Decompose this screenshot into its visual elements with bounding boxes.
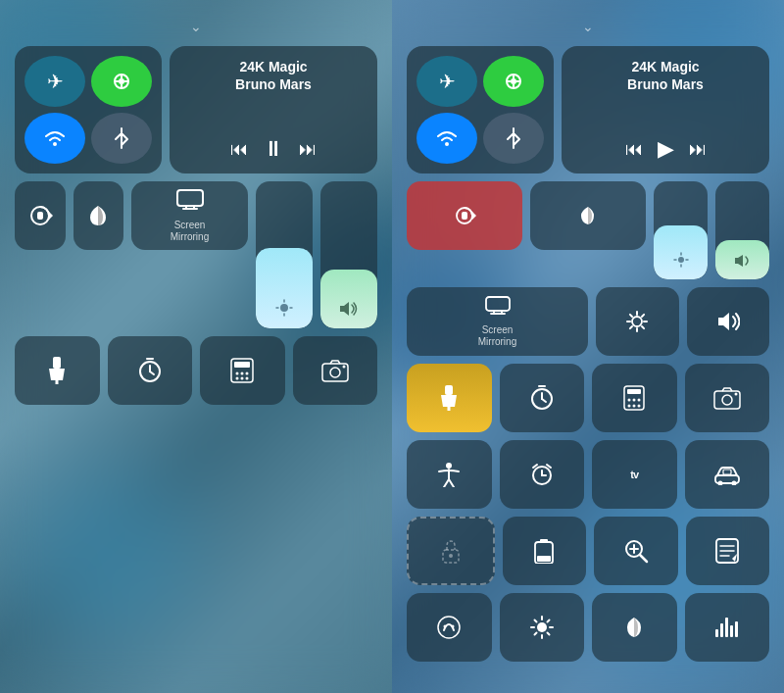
svg-point-90 xyxy=(438,617,460,638)
lock-dashed-button[interactable] xyxy=(407,517,495,585)
flashlight-button[interactable] xyxy=(15,336,100,405)
svg-point-75 xyxy=(731,481,736,486)
svg-rect-9 xyxy=(37,212,43,220)
svg-point-91 xyxy=(444,625,447,628)
screen-mirroring-icon xyxy=(176,189,204,216)
svg-point-23 xyxy=(241,372,244,375)
notes-button[interactable] xyxy=(686,517,770,585)
chevron-icon: ⌄ xyxy=(15,20,377,33)
battery-button[interactable] xyxy=(503,517,587,585)
pause-button[interactable]: ⏸ xyxy=(263,136,284,162)
svg-point-64 xyxy=(638,399,641,402)
rewind-button[interactable]: ⏮ xyxy=(230,139,248,160)
timer-button[interactable] xyxy=(108,336,193,405)
right-cellular-button[interactable] xyxy=(483,56,544,107)
svg-point-66 xyxy=(633,405,636,408)
svg-point-26 xyxy=(241,377,244,380)
right-rotation-lock-button[interactable] xyxy=(407,181,522,250)
right-screen-mirroring-icon xyxy=(485,296,511,321)
apple-tv-button[interactable]: tv xyxy=(592,440,677,509)
rotation-lock-button[interactable] xyxy=(15,181,66,250)
svg-line-101 xyxy=(534,633,536,635)
cellular-button[interactable] xyxy=(91,56,152,107)
right-timer-button[interactable] xyxy=(500,364,585,432)
brightness-icon xyxy=(275,299,293,321)
right-flashlight-button[interactable] xyxy=(407,364,492,432)
right-volume-slider[interactable] xyxy=(715,181,769,279)
svg-point-29 xyxy=(330,368,340,377)
right-airplane-button[interactable]: ✈ xyxy=(416,56,477,107)
svg-point-62 xyxy=(628,399,631,402)
right-control-center: ⌄ ✈ 24K Magic Bruno Mars xyxy=(392,0,784,693)
right-brightness-icon xyxy=(673,252,689,272)
svg-rect-56 xyxy=(445,385,453,395)
right-volume-icon xyxy=(734,254,752,272)
right-bluetooth-button[interactable] xyxy=(483,113,544,164)
svg-point-93 xyxy=(537,622,547,632)
right-chevron-icon: ⌄ xyxy=(407,20,769,33)
siri-button[interactable] xyxy=(407,593,492,662)
svg-line-100 xyxy=(547,620,549,622)
zoom-button[interactable] xyxy=(594,517,678,585)
right-brightness-tile[interactable] xyxy=(596,287,679,356)
svg-marker-39 xyxy=(472,212,476,220)
svg-marker-8 xyxy=(49,212,53,220)
svg-line-83 xyxy=(640,555,647,562)
wifi-button[interactable] xyxy=(24,113,85,164)
music-controls: ⏮ ⏸ ⏭ xyxy=(181,136,366,162)
right-night-mode-button[interactable] xyxy=(530,181,646,250)
svg-point-63 xyxy=(633,399,636,402)
svg-point-25 xyxy=(236,377,239,380)
right-moon-button[interactable] xyxy=(592,593,677,662)
camera-button[interactable] xyxy=(293,336,378,405)
svg-point-37 xyxy=(445,142,449,146)
brightness-slider[interactable] xyxy=(256,181,313,328)
accessibility-button[interactable] xyxy=(407,440,492,509)
svg-marker-57 xyxy=(441,395,457,407)
airplane-mode-button[interactable]: ✈ xyxy=(24,56,85,107)
car-button[interactable] xyxy=(685,440,770,509)
left-control-center: ⌄ ✈ 24K Magic Bruno Mars xyxy=(0,0,392,693)
right-brightness-slider[interactable] xyxy=(654,181,708,279)
right-sun-button[interactable] xyxy=(500,593,585,662)
svg-rect-16 xyxy=(53,357,61,369)
right-fast-forward-button[interactable]: ⏭ xyxy=(689,139,707,160)
svg-point-32 xyxy=(511,78,516,84)
svg-line-55 xyxy=(630,326,632,328)
svg-line-54 xyxy=(642,315,644,317)
right-play-button[interactable]: ▶ xyxy=(658,136,674,162)
right-music-tile: 24K Magic Bruno Mars ⏮ ▶ ⏭ xyxy=(562,46,769,173)
svg-line-99 xyxy=(547,633,549,635)
svg-point-92 xyxy=(452,625,455,628)
svg-point-6 xyxy=(53,142,57,146)
right-screen-mirroring-button[interactable]: ScreenMirroring xyxy=(407,287,588,356)
music-artist: Bruno Mars xyxy=(181,75,366,93)
svg-rect-61 xyxy=(627,389,641,394)
svg-marker-17 xyxy=(49,369,65,380)
screen-mirroring-button[interactable]: ScreenMirroring xyxy=(131,181,248,250)
svg-line-52 xyxy=(630,315,632,317)
svg-rect-80 xyxy=(540,539,548,543)
night-mode-button[interactable] xyxy=(74,181,124,250)
svg-point-47 xyxy=(632,317,642,326)
right-wifi-button[interactable] xyxy=(416,113,477,164)
right-volume-tile[interactable] xyxy=(687,287,770,356)
right-rewind-button[interactable]: ⏮ xyxy=(625,139,643,160)
right-calculator-button[interactable] xyxy=(592,364,677,432)
equalizer-icon xyxy=(715,618,738,637)
svg-point-70 xyxy=(734,393,737,396)
right-music-title: 24K Magic xyxy=(573,58,758,75)
alarm-button[interactable] xyxy=(500,440,585,509)
calculator-button[interactable] xyxy=(200,336,285,405)
volume-slider[interactable] xyxy=(320,181,377,328)
equalizer-button[interactable] xyxy=(685,593,770,662)
svg-line-53 xyxy=(642,326,644,328)
svg-point-78 xyxy=(449,554,453,558)
bluetooth-button[interactable] xyxy=(91,113,152,164)
svg-point-41 xyxy=(678,257,684,263)
right-camera-button[interactable] xyxy=(685,364,770,432)
svg-point-22 xyxy=(236,372,239,375)
svg-point-67 xyxy=(638,405,641,408)
fast-forward-button[interactable]: ⏭ xyxy=(299,139,317,160)
svg-rect-46 xyxy=(486,297,510,311)
